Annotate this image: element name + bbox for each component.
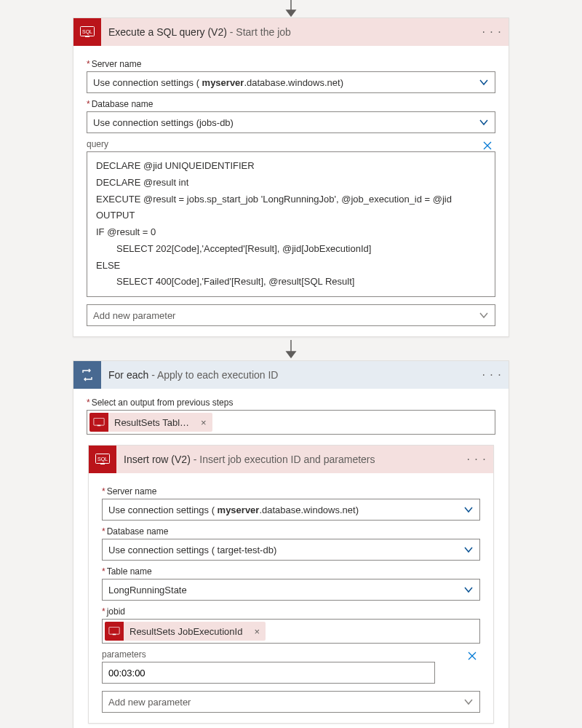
database-name-select[interactable]: Use connection settings ( target-test-db… [102, 539, 480, 561]
card-body: *Server name Use connection settings ( m… [73, 46, 509, 336]
token-resultsets-table[interactable]: ResultSets Tabl… × [89, 413, 212, 432]
select-value: Use connection settings ( target-test-db… [108, 545, 276, 555]
arrow-down-icon [284, 340, 298, 359]
sql-icon [89, 413, 108, 432]
chevron-down-icon [479, 117, 489, 127]
arrow-down-icon [284, 0, 298, 17]
designer-canvas: SQL Execute a SQL query (V2) - Start the… [0, 0, 582, 728]
card-menu-button[interactable]: · · · [481, 25, 503, 39]
card-title: For each - Apply to each execution ID [101, 369, 481, 381]
svg-rect-3 [85, 36, 89, 37]
flow-arrow-mid [73, 337, 509, 360]
svg-rect-9 [94, 418, 104, 425]
field-label: *Server name [102, 486, 480, 496]
select-value: Use connection settings (jobs-db) [93, 117, 234, 128]
field-database-name: *Database name Use connection settings (… [87, 99, 495, 133]
card-body: *Select an output from previous steps Re… [73, 389, 509, 728]
chevron-down-icon [463, 585, 474, 595]
field-label: parameters [102, 649, 146, 660]
svg-marker-8 [287, 352, 295, 357]
field-select-output: *Select an output from previous steps Re… [87, 397, 495, 435]
chevron-down-icon [479, 310, 489, 320]
chevron-down-icon [463, 545, 474, 555]
token-label: ResultSets Tabl… [108, 417, 195, 428]
token-label: ResultSets JobExecutionId [124, 626, 248, 637]
field-jobid: *jobid ResultSets JobExecutionId × [102, 606, 480, 644]
add-parameter-select[interactable]: Add new parameter [102, 691, 480, 713]
add-parameter-label: Add new parameter [93, 310, 175, 321]
sql-icon [105, 622, 124, 641]
svg-rect-10 [97, 425, 101, 427]
clear-parameters-button[interactable] [464, 651, 480, 661]
card-title: Insert row (V2) - Insert job execution I… [116, 454, 466, 465]
step-execute-sql: SQL Execute a SQL query (V2) - Start the… [73, 17, 509, 337]
table-name-select[interactable]: LongRunningState [102, 579, 480, 601]
svg-rect-12 [100, 463, 105, 464]
flow-arrow-top [73, 0, 509, 17]
chevron-down-icon [479, 77, 489, 87]
field-label: query [87, 139, 108, 149]
card-header[interactable]: SQL Insert row (V2) - Insert job executi… [89, 446, 493, 473]
parameters-text[interactable] [108, 663, 428, 683]
svg-marker-1 [287, 10, 295, 16]
select-output-input[interactable]: ResultSets Tabl… × [87, 410, 495, 435]
field-query: query DECLARE @jid UNIQUEIDENTIFIER DECL… [87, 139, 495, 297]
svg-rect-14 [109, 627, 119, 634]
field-label: *jobid [102, 606, 480, 617]
field-database-name: *Database name Use connection settings (… [102, 526, 480, 561]
field-table-name: *Table name LongRunningState [102, 566, 480, 601]
sql-icon: SQL [73, 18, 101, 46]
card-menu-button[interactable]: · · · [466, 453, 487, 466]
card-title: Execute a SQL query (V2) - Start the job [101, 26, 481, 38]
card-body: *Server name Use connection settings ( m… [89, 473, 493, 723]
server-name-select[interactable]: Use connection settings ( myserver.datab… [102, 499, 480, 521]
field-server-name: *Server name Use connection settings ( m… [87, 59, 495, 93]
select-value: Use connection settings ( myserver.datab… [93, 77, 343, 88]
select-value: Use connection settings ( myserver.datab… [108, 505, 359, 515]
field-label: *Server name [87, 59, 495, 69]
jobid-input[interactable]: ResultSets JobExecutionId × [102, 619, 480, 644]
card-menu-button[interactable]: · · · [481, 368, 503, 381]
field-server-name: *Server name Use connection settings ( m… [102, 486, 480, 521]
field-label: *Database name [102, 526, 480, 537]
token-remove-button[interactable]: × [195, 417, 212, 428]
parameters-input[interactable] [102, 662, 435, 684]
database-name-select[interactable]: Use connection settings (jobs-db) [87, 111, 495, 133]
field-label: *Database name [87, 99, 495, 109]
step-insert-row: SQL Insert row (V2) - Insert job executi… [88, 445, 494, 724]
svg-rect-15 [113, 634, 116, 636]
card-header[interactable]: For each - Apply to each execution ID · … [73, 361, 509, 389]
field-parameters: parameters [102, 649, 480, 684]
chevron-down-icon [463, 505, 474, 515]
field-label: *Table name [102, 566, 480, 577]
svg-text:SQL: SQL [97, 456, 108, 462]
chevron-down-icon [463, 697, 474, 707]
query-textarea[interactable]: DECLARE @jid UNIQUEIDENTIFIER DECLARE @r… [87, 151, 495, 297]
select-value: LongRunningState [108, 585, 187, 596]
server-name-select[interactable]: Use connection settings ( myserver.datab… [87, 71, 495, 93]
clear-query-button[interactable] [479, 141, 495, 151]
svg-text:SQL: SQL [82, 29, 92, 35]
add-parameter-select[interactable]: Add new parameter [87, 304, 495, 326]
step-foreach: For each - Apply to each execution ID · … [73, 360, 509, 728]
field-label: *Select an output from previous steps [87, 397, 495, 408]
add-parameter-label: Add new parameter [108, 697, 191, 708]
token-remove-button[interactable]: × [248, 626, 266, 637]
card-header[interactable]: SQL Execute a SQL query (V2) - Start the… [73, 18, 509, 46]
foreach-icon [73, 361, 101, 389]
sql-icon: SQL [89, 446, 116, 473]
token-job-execution-id[interactable]: ResultSets JobExecutionId × [105, 622, 266, 641]
